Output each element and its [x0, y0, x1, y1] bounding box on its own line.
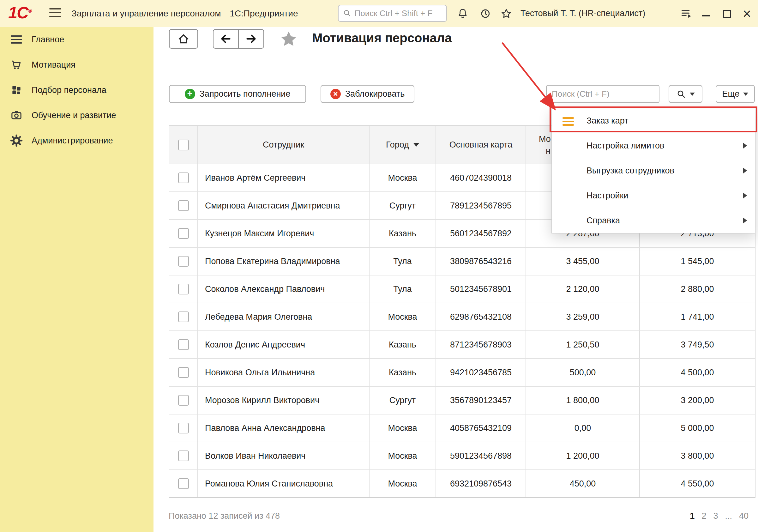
page-title: Мотивация персонала [312, 31, 452, 45]
page-button-40[interactable]: 40 [739, 511, 748, 521]
amount1-cell: 3 455,00 [526, 248, 639, 275]
sidebar-item-glavnoe[interactable]: Главное [0, 27, 154, 52]
chevron-down-icon [690, 92, 695, 96]
cart-icon [10, 58, 23, 72]
table-row[interactable]: Волков Иван Николаевич Москва 5901234567… [169, 442, 755, 470]
history-icon[interactable] [478, 6, 492, 21]
back-button[interactable] [214, 30, 238, 48]
app-title: Зарплата и управление персоналом [71, 9, 221, 18]
amount2-cell: 2 880,00 [639, 275, 755, 302]
more-button[interactable]: Еще [716, 85, 755, 103]
amount2-cell: 1 545,00 [639, 248, 755, 275]
row-checkbox[interactable] [178, 256, 189, 266]
row-checkbox[interactable] [178, 478, 189, 489]
card-cell: 4607024390018 [435, 164, 526, 192]
page-button-3[interactable]: 3 [713, 511, 718, 521]
card-cell: 9421023456785 [435, 359, 526, 386]
col-card[interactable]: Основная карта [435, 126, 526, 164]
row-checkbox[interactable] [178, 284, 189, 295]
row-checkbox[interactable] [178, 172, 189, 183]
global-search[interactable] [338, 5, 447, 22]
menu-item-nastroyki[interactable]: Настройки [552, 183, 755, 208]
main-menu-icon[interactable] [49, 8, 61, 17]
select-all-checkbox[interactable] [178, 140, 189, 150]
camera-icon [10, 108, 23, 122]
block-x-icon: × [330, 89, 341, 99]
sections-panel: Главное Мотивация Подбор персонала Обуче… [0, 27, 154, 532]
sidebar-item-podbor[interactable]: Подбор персонала [0, 77, 154, 103]
table-row[interactable]: Соколов Александр Павлович Тула 50123456… [169, 275, 755, 302]
row-checkbox[interactable] [178, 311, 189, 322]
forward-button[interactable] [238, 30, 263, 48]
search-icon [343, 9, 352, 18]
maximize-button[interactable] [719, 6, 734, 21]
search-options-button[interactable] [669, 85, 703, 103]
favorite-page-star-icon[interactable] [279, 29, 298, 48]
employee-cell: Романова Юлия Станиславовна [197, 470, 369, 497]
records-summary: Показано 12 записей из 478 [169, 511, 280, 521]
employee-cell: Козлов Денис Андреевич [197, 331, 369, 358]
menu-item-zakaz-kart[interactable]: Заказ карт [552, 108, 755, 133]
sidebar-item-obuchenie[interactable]: Обучение и развитие [0, 103, 154, 128]
list-search-input[interactable] [552, 89, 654, 99]
request-topup-button[interactable]: + Запросить пополнение [169, 85, 306, 103]
city-cell: Сургут [369, 387, 435, 414]
table-row[interactable]: Лебедева Мария Олеговна Москва 629876543… [169, 302, 755, 331]
amount2-cell: 4 550,00 [639, 470, 755, 497]
favorites-star-icon[interactable] [499, 6, 514, 21]
list-search[interactable] [546, 85, 660, 103]
row-checkbox[interactable] [178, 200, 189, 211]
amount2-cell: 1 741,00 [639, 303, 755, 331]
home-icon [177, 33, 190, 45]
table-row[interactable]: Новикова Ольга Ильинична Казань 94210234… [169, 358, 755, 386]
sidebar-item-motivatsiya[interactable]: Мотивация [0, 52, 154, 77]
tiles-icon [10, 83, 23, 97]
row-checkbox[interactable] [178, 450, 189, 461]
sidebar-item-label: Подбор персонала [32, 85, 106, 95]
service-panel-icon[interactable] [679, 6, 694, 21]
row-checkbox[interactable] [178, 367, 189, 378]
amount2-cell: 3 200,00 [639, 387, 755, 414]
close-button[interactable]: × [740, 6, 754, 21]
block-button[interactable]: × Заблокировать [321, 85, 414, 103]
city-cell: Сургут [369, 192, 435, 219]
card-cell: 5601234567892 [435, 220, 526, 247]
card-cell: 6932109876543 [435, 470, 526, 497]
notifications-bell-icon[interactable] [456, 6, 470, 21]
app-title-group: Зарплата и управление персоналом 1С:Пред… [71, 0, 298, 27]
table-row[interactable]: Павлова Анна Александровна Москва 405876… [169, 414, 755, 442]
employee-cell: Морозов Кирилл Викторович [197, 387, 369, 414]
city-cell: Москва [369, 164, 435, 192]
page-button-2[interactable]: 2 [702, 511, 706, 521]
city-cell: Москва [369, 414, 435, 442]
gear-icon [10, 134, 23, 148]
col-employee[interactable]: Сотрудник [197, 126, 369, 164]
amount1-cell: 1 800,00 [526, 387, 639, 414]
sidebar-item-administrirovanie[interactable]: Администрирование [0, 128, 154, 153]
employee-cell: Лебедева Мария Олеговна [197, 303, 369, 331]
row-checkbox[interactable] [178, 423, 189, 434]
table-row[interactable]: Морозов Кирилл Викторович Сургут 3567890… [169, 386, 755, 414]
row-checkbox[interactable] [178, 339, 189, 350]
card-cell: 7891234567895 [435, 192, 526, 219]
more-dropdown-menu: Заказ карт Настройка лимитов Выгрузка со… [551, 108, 755, 233]
employee-cell: Смирнова Анастасия Дмитриевна [197, 192, 369, 219]
row-checkbox[interactable] [178, 395, 189, 406]
platform-title: 1С:Предприятие [229, 9, 298, 18]
current-user[interactable]: Тестовый Т. Т. (HR-специалист) [521, 0, 645, 27]
row-checkbox[interactable] [178, 228, 189, 239]
1c-logo[interactable]: 1С® [8, 3, 31, 22]
home-button[interactable] [169, 29, 198, 49]
global-search-input[interactable] [355, 9, 442, 18]
page-button-1[interactable]: 1 [690, 511, 695, 521]
menu-item-nastroyka-limitov[interactable]: Настройка лимитов [552, 133, 755, 158]
table-row[interactable]: Козлов Денис Андреевич Казань 8712345678… [169, 331, 755, 358]
table-row[interactable]: Попова Екатерина Владимировна Тула 38098… [169, 247, 755, 275]
table-row[interactable]: Романова Юлия Станиславовна Москва 69321… [169, 470, 755, 497]
menu-item-spravka[interactable]: Справка [552, 208, 755, 233]
minimize-button[interactable] [699, 6, 713, 21]
submenu-arrow-icon [743, 193, 747, 199]
col-city[interactable]: Город [369, 126, 435, 164]
city-cell: Казань [369, 359, 435, 386]
menu-item-vygruzka-sotrudnikov[interactable]: Выгрузка сотрудников [552, 158, 755, 183]
